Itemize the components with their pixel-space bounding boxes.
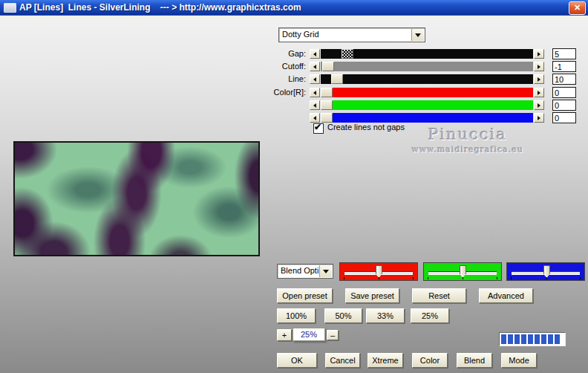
slider-increment-button[interactable] [534, 88, 544, 97]
trackbar-tick [511, 277, 512, 279]
trackbar-thumb[interactable] [376, 265, 382, 278]
progress-segment [521, 334, 526, 344]
dropdown-arrow-button[interactable] [319, 265, 332, 277]
slider-label: Cutoff: [245, 62, 306, 71]
slider-row: Color[R]: [0, 88, 588, 100]
slider-thumb[interactable] [321, 113, 333, 123]
slider-thumb[interactable] [321, 100, 333, 110]
cancel-button[interactable]: Cancel [325, 353, 360, 368]
slider-track[interactable] [321, 62, 533, 71]
create-lines-checkbox[interactable]: ✔ [313, 123, 324, 134]
zoom-100-button[interactable]: 100% [277, 308, 316, 323]
slider-row: Cutoff: [0, 62, 588, 74]
trackbar-tick [344, 277, 344, 279]
slider-value-field[interactable] [552, 61, 576, 72]
left-arrow-icon [313, 52, 316, 56]
slider-track[interactable] [321, 113, 533, 123]
trackbar-thumb[interactable] [460, 265, 466, 278]
slider-decrement-button[interactable] [310, 74, 320, 84]
watermark-site: www.maidiregrafica.eu [407, 145, 529, 155]
slider-label: Line: [245, 74, 306, 84]
plugin-dialog: AP [Lines] Lines - SilverLining --- > ht… [0, 0, 588, 373]
progress-segment [535, 334, 540, 344]
slider-row: Gap: [0, 49, 588, 61]
dropdown-arrow-button[interactable] [411, 29, 424, 41]
right-arrow-icon [538, 116, 540, 120]
left-arrow-icon [313, 103, 316, 108]
trackbar-tick [428, 277, 428, 279]
chevron-down-icon [323, 270, 329, 273]
slider-thumb[interactable] [331, 74, 343, 84]
slider-label: Color[R]: [245, 88, 306, 97]
right-arrow-icon [538, 65, 540, 69]
slider-value-field[interactable] [552, 87, 576, 98]
progress-segment [541, 334, 546, 344]
blend-options-dropdown[interactable]: Blend Opti [277, 264, 333, 279]
slider-label: Gap: [245, 49, 306, 59]
trackbar-tick [413, 277, 414, 279]
trackbar-thumb[interactable] [543, 265, 550, 278]
slider-track[interactable] [321, 74, 533, 84]
slider-value-field[interactable] [552, 74, 576, 85]
trackbar-tick [580, 277, 581, 279]
filter-preview-image[interactable] [13, 141, 260, 256]
save-preset-button[interactable]: Save preset [345, 288, 399, 303]
preset-dropdown-value: Dotty Grid [282, 30, 411, 39]
progress-segment [528, 334, 533, 344]
slider-increment-button[interactable] [534, 113, 544, 123]
chevron-down-icon [415, 33, 421, 37]
slider-decrement-button[interactable] [310, 49, 320, 59]
slider-track[interactable] [321, 88, 533, 97]
blend-button[interactable]: Blend [457, 353, 492, 368]
trackbar-tick [497, 277, 497, 279]
slider-increment-button[interactable] [534, 100, 544, 110]
slider-value-field[interactable] [552, 112, 576, 123]
zoom-50-button[interactable]: 50% [324, 308, 362, 323]
zoom-in-button[interactable]: + [277, 329, 292, 341]
reset-button[interactable]: Reset [412, 288, 466, 303]
green-trackbar[interactable] [423, 262, 502, 281]
slider-track[interactable] [321, 49, 533, 59]
slider-decrement-button[interactable] [310, 62, 320, 71]
create-lines-checkbox-label: Create lines not gaps [327, 123, 405, 132]
red-trackbar[interactable] [339, 262, 418, 281]
preset-dropdown[interactable]: Dotty Grid [278, 27, 425, 42]
zoom-25-button[interactable]: 25% [411, 308, 449, 323]
left-arrow-icon [313, 91, 316, 95]
app-icon [4, 3, 16, 13]
left-arrow-icon [313, 77, 316, 82]
slider-increment-button[interactable] [534, 49, 544, 59]
slider-thumb[interactable] [342, 49, 353, 59]
right-arrow-icon [538, 77, 540, 82]
zoom-out-button[interactable]: – [327, 330, 339, 340]
open-preset-button[interactable]: Open preset [277, 288, 333, 303]
slider-track[interactable] [321, 100, 533, 110]
progress-segment [508, 334, 513, 344]
slider-thumb[interactable] [322, 62, 334, 71]
slider-row: Line: [0, 74, 588, 86]
title-bar[interactable]: AP [Lines] Lines - SilverLining --- > ht… [0, 0, 588, 16]
ok-button[interactable]: OK [277, 353, 317, 368]
slider-decrement-button[interactable] [310, 100, 320, 110]
trackbar-tick [546, 277, 546, 279]
color-button[interactable]: Color [412, 353, 448, 368]
progress-segment [501, 334, 506, 344]
slider-increment-button[interactable] [534, 62, 544, 71]
slider-value-field[interactable] [552, 48, 576, 59]
left-arrow-icon [313, 116, 316, 120]
slider-increment-button[interactable] [534, 74, 544, 84]
mode-button[interactable]: Mode [501, 353, 537, 368]
advanced-button[interactable]: Advanced [479, 288, 533, 303]
progress-segment [548, 334, 553, 344]
slider-decrement-button[interactable] [310, 88, 320, 97]
blue-trackbar[interactable] [506, 262, 585, 281]
slider-value-field[interactable] [552, 100, 576, 111]
trackbar-tick [379, 277, 379, 279]
zoom-level-display: 25% [293, 328, 325, 341]
progress-segment [555, 334, 560, 344]
close-button[interactable]: ✕ [569, 1, 586, 15]
slider-thumb[interactable] [321, 88, 333, 97]
zoom-33-button[interactable]: 33% [366, 308, 405, 323]
slider-row [0, 113, 588, 125]
xtreme-button[interactable]: Xtreme [368, 353, 403, 368]
